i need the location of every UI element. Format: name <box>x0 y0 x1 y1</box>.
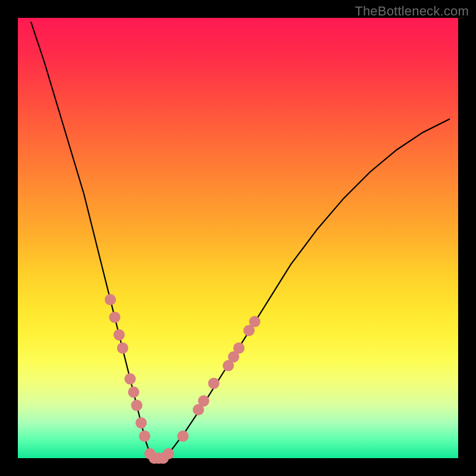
bead-point <box>109 312 120 323</box>
bead-point <box>124 373 136 384</box>
bead-point <box>136 417 147 428</box>
bead-point <box>249 316 261 327</box>
bottleneck-plot <box>18 18 458 458</box>
bottleneck-curve <box>31 22 449 458</box>
bead-point <box>177 431 189 442</box>
chart-area <box>18 18 458 458</box>
bead-point <box>117 343 129 354</box>
bead-group <box>105 294 261 464</box>
bead-point <box>163 448 174 459</box>
bead-point <box>114 329 125 340</box>
bead-point <box>105 294 116 305</box>
bead-point <box>233 343 245 354</box>
bead-point <box>198 395 209 406</box>
watermark: TheBottleneck.com <box>355 4 469 19</box>
bead-point <box>208 378 220 389</box>
bead-point <box>131 400 142 411</box>
bead-point <box>139 431 151 442</box>
bead-point <box>128 387 139 398</box>
